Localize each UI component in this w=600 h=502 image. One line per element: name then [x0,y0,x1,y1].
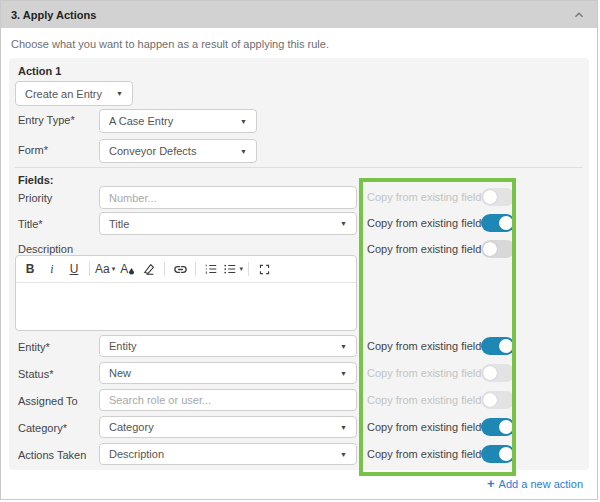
category-select[interactable]: Category ▼ [99,416,357,438]
panel-header[interactable]: 3. Apply Actions [1,1,597,28]
actions-taken-copy-toggle[interactable] [481,445,515,463]
copy-toggle-label: Copy from existing field [367,217,481,229]
action-type-value: Create an Entry [25,88,110,100]
form-label: Form* [18,144,48,156]
description-copy-toggle-row: Copy from existing field [367,238,495,260]
copy-toggle-label: Copy from existing field [367,243,481,255]
fullscreen-icon[interactable] [254,259,274,279]
plus-icon: + [487,476,495,491]
status-label: Status* [18,368,53,380]
bold-icon[interactable]: B [20,259,40,279]
chevron-down-icon: ▾ [112,265,116,273]
chevron-down-icon: ▼ [340,424,347,431]
font-size-glyph: Aa [95,262,110,276]
entry-type-value: A Case Entry [109,115,234,127]
ordered-list-icon[interactable] [201,259,221,279]
panel-title: 3. Apply Actions [11,9,96,21]
assigned-to-input-field[interactable] [109,394,347,406]
description-copy-toggle[interactable] [481,240,515,258]
entity-value: Entity [109,340,334,352]
copy-toggle-label: Copy from existing field [367,191,481,203]
copy-toggle-label: Copy from existing field [367,367,481,379]
form-select[interactable]: Conveyor Defects ▼ [99,139,257,163]
entity-select[interactable]: Entity ▼ [99,335,357,357]
font-size-icon[interactable]: Aa▾ [95,259,115,279]
priority-copy-toggle[interactable] [481,188,515,206]
entity-copy-toggle[interactable] [481,337,515,355]
chevron-down-icon: ▼ [340,370,347,377]
toggle-knob [499,420,513,434]
status-value: New [109,367,334,379]
toggle-knob [499,216,513,230]
link-icon[interactable] [170,259,190,279]
category-copy-toggle[interactable] [481,418,515,436]
title-label: Title* [18,218,43,230]
title-select[interactable]: Title ▼ [99,212,357,235]
description-label: Description [18,243,73,255]
chevron-down-icon: ▼ [340,220,347,227]
add-new-action-link[interactable]: + Add a new action [487,476,583,491]
entity-label: Entity* [18,341,50,353]
divider [15,167,583,168]
panel-footer: + Add a new action [487,476,583,491]
toggle-knob [499,339,513,353]
copy-toggle-label: Copy from existing field [367,448,481,460]
category-copy-toggle-row: Copy from existing field [367,416,495,438]
font-color-icon[interactable]: A [117,259,137,279]
title-copy-toggle-row: Copy from existing field [367,212,495,234]
title-copy-toggle[interactable] [481,214,515,232]
status-copy-toggle[interactable] [481,364,515,382]
title-value: Title [109,218,334,230]
actions-taken-select[interactable]: Description ▼ [99,443,357,465]
form-value: Conveyor Defects [109,145,234,157]
editor-toolbar: B i U Aa▾ A ▾ [16,256,356,283]
toolbar-separator [195,262,196,276]
toggle-knob [483,393,497,407]
chevron-down-icon: ▾ [239,265,243,273]
chevron-up-icon[interactable] [571,7,587,23]
description-editor-body[interactable] [16,283,356,331]
italic-icon[interactable]: i [42,259,62,279]
action-title: Action 1 [18,65,61,77]
assigned-to-label: Assigned To [18,395,78,407]
chevron-down-icon: ▼ [340,343,347,350]
chevron-down-icon: ▼ [240,148,247,155]
toolbar-separator [248,262,249,276]
unordered-list-icon[interactable]: ▾ [223,259,243,279]
chevron-down-icon: ▼ [240,118,247,125]
toggle-knob [499,447,513,461]
toggle-knob [483,366,497,380]
underline-icon[interactable]: U [64,259,84,279]
add-new-action-label: Add a new action [499,478,583,490]
assigned-to-input[interactable] [99,389,357,411]
actions-taken-copy-toggle-row: Copy from existing field [367,443,495,465]
assigned-to-copy-toggle-row: Copy from existing field [367,389,495,411]
toolbar-separator [164,262,165,276]
toolbar-separator [89,262,90,276]
priority-label: Priority [18,192,52,204]
fields-heading: Fields: [18,174,53,186]
entry-type-label: Entry Type* [18,114,75,126]
actions-taken-value: Description [109,448,334,460]
copy-toggle-label: Copy from existing field [367,340,481,352]
action-type-select[interactable]: Create an Entry ▼ [15,81,133,106]
assigned-to-copy-toggle[interactable] [481,391,515,409]
category-label: Category* [18,422,67,434]
priority-input-field[interactable] [109,192,347,204]
eraser-icon[interactable] [139,259,159,279]
panel-description: Choose what you want to happen as a resu… [1,28,597,58]
entry-type-select[interactable]: A Case Entry ▼ [99,109,257,133]
entity-copy-toggle-row: Copy from existing field [367,335,495,357]
actions-taken-label: Actions Taken [18,449,86,461]
description-editor: B i U Aa▾ A ▾ [15,255,357,331]
chevron-down-icon: ▼ [116,90,123,97]
status-copy-toggle-row: Copy from existing field [367,362,495,384]
font-color-glyph: A [120,262,128,276]
priority-input[interactable] [99,186,357,209]
apply-actions-panel: 3. Apply Actions Choose what you want to… [0,0,598,500]
chevron-down-icon: ▼ [340,451,347,458]
priority-copy-toggle-row: Copy from existing field [367,186,495,208]
category-value: Category [109,421,334,433]
status-select[interactable]: New ▼ [99,362,357,384]
copy-toggle-label: Copy from existing field [367,394,481,406]
